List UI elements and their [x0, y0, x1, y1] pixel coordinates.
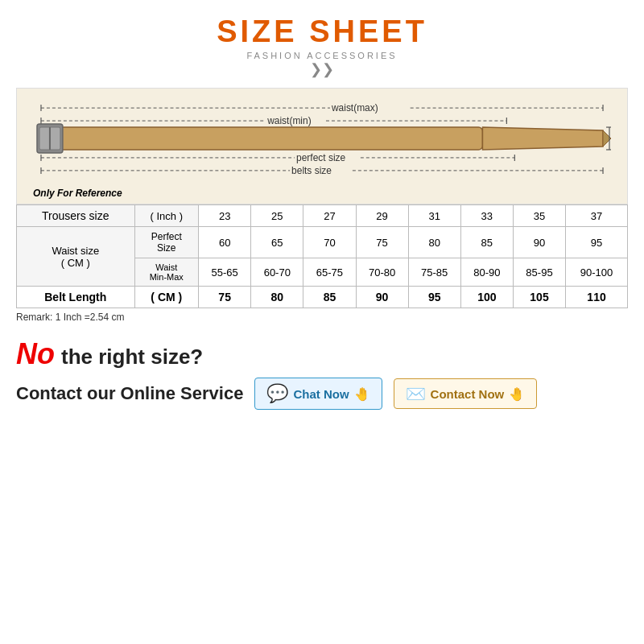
table-cell: 60 [199, 227, 251, 258]
hand-icon-2: 🤚 [509, 386, 525, 402]
contact-now-button[interactable]: ✉️ Contact Now 🤚 [394, 378, 538, 409]
chevrons-icon: ❯❯ [217, 62, 427, 76]
table-cell: 27 [303, 205, 356, 227]
title-section: SIZE SHEET FASHION ACCESSORIES ❯❯ [217, 0, 427, 80]
bottom-section: No the right size? Contact our Online Se… [16, 337, 628, 410]
table-cell: 35 [513, 205, 565, 227]
table-cell: 75 [356, 227, 408, 258]
subtitle: FASHION ACCESSORIES [217, 51, 427, 60]
svg-text:waist(max): waist(max) [331, 102, 378, 114]
waist-size-label: Waist size( CM ) [17, 227, 135, 287]
table-cell: 80 [251, 287, 303, 308]
table-cell: 25 [251, 205, 303, 227]
belt-length-label: Belt Length [17, 287, 135, 308]
no-text: No [16, 337, 55, 371]
waist-minmax-label: WaistMin-Max [134, 258, 199, 287]
chat-icon: 💬 [266, 383, 288, 404]
perfect-size-row: Waist size( CM ) PerfectSize 60 65 70 75… [17, 227, 628, 258]
svg-text:waist(min): waist(min) [266, 115, 311, 126]
table-cell: 37 [566, 205, 628, 227]
remark-label: Remark: 1 Inch =2.54 cm [16, 312, 628, 323]
size-table-wrap: Trousers size ( Inch ) 23 25 27 29 31 33… [16, 204, 628, 323]
table-cell: 90-100 [566, 258, 628, 287]
no-size-line: No the right size? [16, 337, 628, 371]
svg-rect-10 [41, 127, 482, 150]
contact-line: Contact our Online Service 💬 Chat Now 🤚 … [16, 378, 628, 410]
chat-now-button[interactable]: 💬 Chat Now 🤚 [254, 378, 382, 410]
table-cell: 85 [460, 227, 513, 258]
table-cell: 55-65 [199, 258, 251, 287]
chat-btn-label: Chat Now [293, 387, 349, 401]
perfect-size-label: PerfectSize [134, 227, 199, 258]
svg-text:belts size: belts size [291, 165, 332, 176]
main-title: SIZE SHEET [217, 14, 427, 49]
table-cell: 29 [356, 205, 408, 227]
table-cell: 90 [513, 227, 565, 258]
belt-diagram: waist(max) waist(min) [16, 88, 628, 204]
size-table: Trousers size ( Inch ) 23 25 27 29 31 33… [16, 204, 628, 308]
table-cell: 65-75 [303, 258, 356, 287]
table-cell: 100 [460, 287, 513, 308]
belt-diagram-svg: waist(max) waist(min) [33, 97, 611, 181]
trousers-row: Trousers size ( Inch ) 23 25 27 29 31 33… [17, 205, 628, 227]
table-cell: 70-80 [356, 258, 408, 287]
belt-length-row: Belt Length ( CM ) 75 80 85 90 95 100 10… [17, 287, 628, 308]
trousers-size-label: Trousers size [17, 205, 135, 227]
table-cell: 75-85 [408, 258, 460, 287]
table-cell: 110 [566, 287, 628, 308]
table-cell: 75 [199, 287, 251, 308]
table-cell: 23 [199, 205, 251, 227]
table-cell: 60-70 [251, 258, 303, 287]
svg-marker-19 [482, 127, 603, 150]
table-cell: 85-95 [513, 258, 565, 287]
mail-icon: ✉️ [406, 384, 426, 403]
table-cell: 90 [356, 287, 408, 308]
table-cell: 85 [303, 287, 356, 308]
table-cell: 31 [408, 205, 460, 227]
table-cell: 80-90 [460, 258, 513, 287]
trousers-unit-label: ( Inch ) [134, 205, 199, 227]
only-ref-label: Only For Reference [33, 188, 611, 199]
table-cell: 70 [303, 227, 356, 258]
table-cell: 105 [513, 287, 565, 308]
contact-btn-label: Contact Now [431, 387, 505, 401]
table-cell: 33 [460, 205, 513, 227]
right-size-text: the right size? [61, 345, 203, 369]
table-cell: 95 [408, 287, 460, 308]
hand-icon: 🤚 [354, 386, 370, 402]
table-cell: 80 [408, 227, 460, 258]
table-cell: 95 [566, 227, 628, 258]
contact-label: Contact our Online Service [16, 383, 243, 404]
belt-length-unit: ( CM ) [134, 287, 199, 308]
table-cell: 65 [251, 227, 303, 258]
svg-text:perfect size: perfect size [296, 152, 345, 163]
